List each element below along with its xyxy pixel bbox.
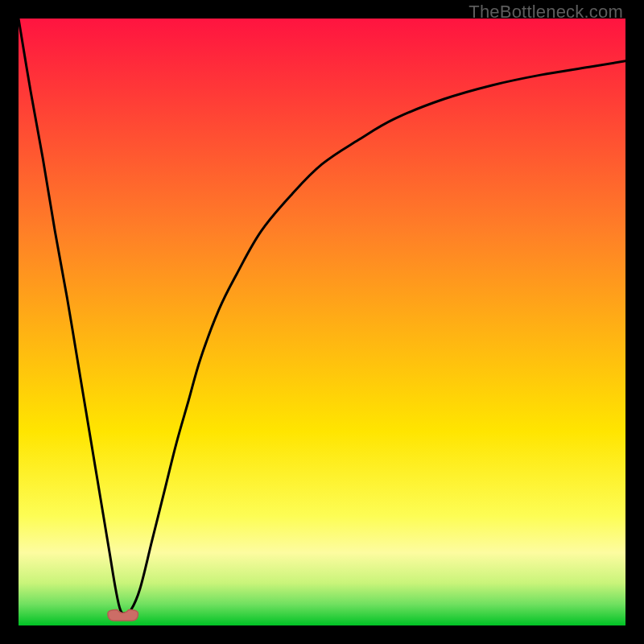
watermark-text: TheBottleneck.com bbox=[469, 2, 623, 23]
chart-frame bbox=[19, 19, 625, 625]
gradient-background bbox=[19, 19, 625, 625]
bottleneck-plot bbox=[19, 19, 625, 625]
